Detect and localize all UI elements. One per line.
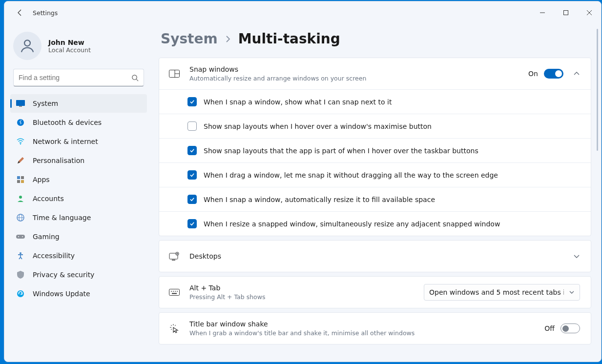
snap-option-row[interactable]: When I drag a window, let me snap it wit…	[159, 162, 591, 187]
shake-toggle[interactable]	[560, 324, 580, 333]
profile-block[interactable]: John New Local Account	[10, 29, 147, 69]
snap-windows-card: Snap windows Automatically resize and ar…	[159, 58, 591, 236]
globe-clock-icon	[16, 213, 25, 222]
svg-point-2	[24, 40, 30, 46]
settings-window: Settings John New Local Account	[4, 1, 602, 362]
sidebar-item-label: Accessibility	[33, 252, 75, 260]
shake-toggle-label: Off	[544, 324, 555, 332]
desktops-icon	[169, 252, 180, 261]
checkbox-checked-icon[interactable]	[187, 195, 197, 204]
snap-windows-header[interactable]: Snap windows Automatically resize and ar…	[159, 58, 591, 89]
sidebar-item-time-language[interactable]: Time & language	[10, 208, 147, 227]
svg-rect-6	[19, 106, 22, 107]
sidebar-item-accessibility[interactable]: Accessibility	[10, 246, 147, 265]
sidebar: John New Local Account System Bluetooth …	[4, 24, 151, 362]
apps-icon	[16, 175, 25, 184]
profile-name: John New	[48, 39, 91, 46]
alt-tab-selected: Open windows and 5 most recent tabs in M	[429, 288, 564, 296]
minimize-button[interactable]	[531, 5, 554, 20]
svg-rect-28	[169, 289, 180, 296]
chevron-right-icon	[225, 36, 231, 42]
window-controls	[531, 5, 601, 20]
snap-toggle-label: On	[528, 70, 538, 78]
search-input[interactable]	[19, 74, 131, 81]
alt-tab-subtitle: Pressing Alt + Tab shows	[189, 293, 414, 302]
sidebar-item-label: Privacy & security	[33, 271, 94, 279]
checkbox-checked-icon[interactable]	[187, 97, 197, 106]
svg-point-3	[132, 75, 137, 79]
gaming-icon	[16, 232, 25, 241]
titlebar: Settings	[4, 1, 601, 24]
shake-title: Title bar window shake	[189, 320, 535, 328]
sidebar-item-apps[interactable]: Apps	[10, 170, 147, 189]
svg-rect-10	[21, 176, 24, 179]
shake-row[interactable]: Title bar window shake When I grab a win…	[159, 313, 591, 344]
window-title: Settings	[33, 9, 58, 17]
sidebar-item-label: Apps	[33, 176, 50, 183]
svg-point-20	[20, 252, 21, 254]
system-icon	[16, 99, 25, 108]
svg-point-32	[177, 291, 178, 292]
search-icon	[131, 74, 139, 81]
sidebar-item-accounts[interactable]: Accounts	[10, 189, 147, 208]
alt-tab-select[interactable]: Open windows and 5 most recent tabs in M	[424, 284, 580, 301]
back-button[interactable]	[13, 6, 27, 20]
sidebar-item-gaming[interactable]: Gaming	[10, 227, 147, 246]
sidebar-item-personalisation[interactable]: Personalisation	[10, 151, 147, 170]
desktops-title: Desktops	[189, 252, 563, 261]
sidebar-item-label: Personalisation	[33, 157, 84, 164]
sidebar-item-windows-update[interactable]: Windows Update	[10, 284, 147, 303]
chevron-up-icon[interactable]	[573, 70, 580, 77]
keyboard-icon	[169, 289, 180, 296]
snap-option-row[interactable]: When I resize a snapped window, simultan…	[159, 211, 591, 236]
sidebar-item-label: Windows Update	[33, 290, 90, 298]
snap-option-row[interactable]: When I snap a window, show what I can sn…	[159, 89, 591, 114]
checkbox-checked-icon[interactable]	[187, 170, 197, 180]
snap-toggle[interactable]	[544, 69, 563, 79]
svg-rect-9	[17, 176, 20, 179]
sidebar-item-privacy[interactable]: Privacy & security	[10, 265, 147, 284]
snap-subtitle: Automatically resize and arrange windows…	[189, 74, 519, 83]
search-box[interactable]	[13, 69, 144, 86]
checkbox-unchecked-icon[interactable]	[187, 121, 197, 131]
shield-icon	[16, 270, 25, 279]
svg-point-13	[19, 196, 22, 199]
checkbox-checked-icon[interactable]	[187, 146, 197, 155]
breadcrumb-parent[interactable]: System	[161, 31, 218, 47]
maximize-button[interactable]	[554, 5, 578, 20]
svg-rect-33	[172, 293, 177, 294]
snap-option-label: Show snap layouts that the app is part o…	[204, 147, 478, 155]
desktops-row[interactable]: Desktops	[159, 241, 591, 272]
chevron-down-icon[interactable]	[573, 253, 580, 260]
sidebar-item-system[interactable]: System	[10, 94, 147, 113]
snap-option-label: When I snap a window, show what I can sn…	[204, 98, 392, 106]
svg-point-31	[175, 291, 176, 292]
sidebar-item-label: System	[33, 100, 58, 107]
chevron-down-icon	[569, 289, 575, 295]
sidebar-item-label: Bluetooth & devices	[33, 119, 102, 126]
checkbox-checked-icon[interactable]	[187, 219, 197, 228]
accounts-icon	[16, 194, 25, 203]
brush-icon	[16, 156, 25, 165]
scrollbar-thumb[interactable]	[597, 29, 598, 151]
snap-option-label: When I drag a window, let me snap it wit…	[204, 171, 498, 179]
alt-tab-row[interactable]: Alt + Tab Pressing Alt + Tab shows Open …	[159, 277, 591, 308]
snap-option-row[interactable]: Show snap layouts when I hover over a wi…	[159, 114, 591, 138]
sidebar-item-bluetooth[interactable]: Bluetooth & devices	[10, 113, 147, 132]
snap-option-label: When I snap a window, automatically resi…	[204, 196, 435, 203]
cursor-click-icon	[169, 324, 180, 333]
wifi-icon	[16, 137, 25, 146]
svg-rect-1	[564, 11, 568, 15]
sidebar-nav: System Bluetooth & devices Network & int…	[10, 92, 147, 305]
sidebar-item-label: Accounts	[33, 195, 64, 202]
snap-option-row[interactable]: When I snap a window, automatically resi…	[159, 187, 591, 211]
accessibility-icon	[16, 251, 25, 260]
avatar-icon	[13, 32, 42, 60]
snap-title: Snap windows	[189, 65, 519, 74]
svg-point-19	[22, 236, 23, 237]
svg-point-8	[20, 143, 21, 144]
sidebar-item-network[interactable]: Network & internet	[10, 132, 147, 151]
breadcrumb: System Multi-tasking	[161, 31, 591, 47]
snap-option-row[interactable]: Show snap layouts that the app is part o…	[159, 138, 591, 162]
close-button[interactable]	[578, 5, 601, 20]
